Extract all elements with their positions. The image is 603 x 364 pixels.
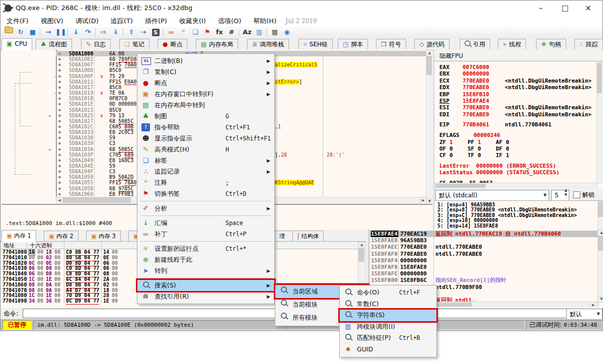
breakpoint-dot-icon[interactable]: ● [58, 56, 61, 62]
breakpoint-dot-icon[interactable]: ● [58, 158, 61, 163]
menu-item-label[interactable]: ❏标签▶ [137, 155, 274, 166]
step-out-icon[interactable]: ⇓ [111, 28, 121, 37]
open-file-icon[interactable] [4, 28, 14, 37]
regs-vscroll-thumb[interactable] [597, 63, 602, 93]
menubar-item-6[interactable]: 收藏夹(I) [173, 16, 212, 27]
tab-notes[interactable]: ❏笔记 [119, 39, 149, 49]
breakpoint-dot-icon[interactable]: ● [58, 147, 61, 152]
calling-convention-select[interactable]: 默认 (stdcall)▼ [435, 190, 549, 201]
breakpoint-dot-icon[interactable]: ● [58, 169, 61, 174]
menu-item-search-guid[interactable]: ♠GUID [340, 344, 436, 355]
tab-graph[interactable]: ♣流程图 [36, 39, 72, 49]
restart-icon[interactable]: ↻ [16, 28, 26, 37]
args-vscroll-thumb[interactable] [598, 202, 603, 217]
memory-vscroll-thumb[interactable] [358, 248, 364, 262]
title-bar[interactable]: QQ.exe - PID: 268C - 模块: im.dll - 线程: 25… [1, 1, 602, 16]
minimize-button[interactable]: – [530, 1, 552, 16]
breakpoint-dot-icon[interactable]: ● [58, 101, 61, 107]
breakpoint-dot-icon[interactable]: ● [58, 140, 61, 146]
menu-item-search-constant[interactable]: 常数(C) [340, 299, 436, 310]
breakpoint-dot-icon[interactable]: ● [58, 180, 61, 185]
breakpoint-dot-icon[interactable]: ● [58, 163, 61, 169]
close-button[interactable]: × [577, 1, 599, 16]
breakpoint-dot-icon[interactable]: ● [58, 62, 61, 67]
scroll-right-arrow[interactable]: ▶ [589, 302, 597, 308]
menu-item-analysis[interactable]: ✐分析▶ [137, 203, 274, 214]
breakpoint-dot-icon[interactable]: ● [58, 129, 61, 135]
menu-item-goto-memory-window[interactable]: ▣在内存窗口中转到(F)▶ [137, 89, 274, 100]
scroll-left-arrow[interactable]: ◀ [56, 197, 63, 204]
run-until-return-icon[interactable]: ⇧ [126, 28, 136, 37]
hide-fpu-button[interactable]: 隐藏FPU [434, 50, 603, 61]
modules-icon[interactable]: ▥ [254, 28, 264, 37]
argument-row[interactable]: 3: [esp+C] 770EABE0 <ntdll.DbgUiRemoteBr… [437, 212, 577, 218]
breakpoint-dot-icon[interactable]: ● [58, 124, 61, 129]
step-over-icon[interactable]: ↷ [83, 28, 93, 37]
menu-item-highlight-mode[interactable]: ✎高亮模式(H)H [137, 144, 274, 155]
tab-log[interactable]: ✎日志 [81, 39, 111, 49]
tab-source[interactable]: ◇源代码 [414, 39, 449, 49]
breakpoint-dot-icon[interactable]: ● [58, 67, 61, 73]
stack-row[interactable]: 15E8FAFC00000000 [370, 270, 603, 277]
memory-tab-1[interactable]: ▣内存 1 [2, 230, 36, 242]
comments-icon[interactable]: ❝ [178, 28, 188, 37]
menu-item-graph[interactable]: ♣制图G [137, 111, 274, 122]
tab-breakpoints[interactable]: ●断点 [158, 39, 187, 49]
menu-item-binary[interactable]: 01二进制(B)▶ [137, 55, 274, 66]
menu-item-patch[interactable]: ▬补丁Ctrl+P [137, 229, 274, 240]
menu-item-find-references[interactable]: ⋒查找引用(R)▶ [137, 291, 274, 302]
stack-vscroll-thumb[interactable] [598, 236, 603, 251]
breakpoint-dot-icon[interactable]: ● [58, 107, 61, 113]
tab-struct[interactable]: ʃ结构体 [292, 231, 324, 241]
tab-seh[interactable]: ⌗SEH链 [298, 39, 333, 49]
breakpoint-dot-icon[interactable]: ● [58, 118, 61, 124]
internet-icon[interactable]: ◉ [282, 28, 292, 37]
tab-handles[interactable]: ❖句柄 [536, 39, 566, 49]
tab-references[interactable]: 引用 [460, 39, 490, 49]
menu-item-goto[interactable]: ➤转到▶ [137, 265, 274, 276]
menu-item-toggle-bookmark[interactable]: ⚑切换书签Ctrl+D [137, 188, 274, 199]
menubar-item-4[interactable]: 追踪(T) [105, 16, 139, 27]
menubar-item-1[interactable]: 文件(F) [1, 16, 35, 27]
stack-row[interactable]: 15E8FAE896A59BB3 [370, 237, 603, 244]
stack-row[interactable]: 15E8FAF400000000 [370, 257, 603, 264]
functions-icon[interactable]: fx [214, 28, 224, 37]
menu-item-breakpoint[interactable]: ●断点▶ [137, 78, 274, 89]
regs-hscroll-thumb[interactable] [435, 184, 486, 188]
tab-memory-map[interactable]: ▤内存布局 [196, 39, 238, 49]
menu-item-trace-record[interactable]: ∴追踪记录▶ [137, 166, 274, 177]
stack-row[interactable]: 15E8FAF0770EABE0ntdll.770EABE0 [370, 251, 603, 257]
menubar-item-7[interactable]: 选项(O) [212, 16, 247, 27]
tab-trace[interactable]: ∴跟踪 [574, 39, 603, 49]
disasm-vscroll-thumb[interactable] [426, 56, 432, 75]
breakpoint-dot-icon[interactable]: ● [58, 191, 61, 197]
breakpoint-dot-icon[interactable]: ● [58, 152, 61, 158]
menu-item-new-thread-here[interactable]: ⊕新建线程于此 [137, 254, 274, 265]
argument-row[interactable]: 2: [esp+8] 770EABE0 <ntdll.DbgUiRemoteBr… [437, 207, 577, 212]
breakpoint-dot-icon[interactable]: ● [58, 79, 61, 85]
menubar-item-3[interactable]: 调试(D) [69, 16, 105, 27]
tab-symbols[interactable]: ❒符号 [376, 39, 406, 49]
patch-icon[interactable]: ▬ [166, 28, 176, 37]
command-profile-select[interactable]: 默认 ▼ [566, 309, 602, 320]
args-depth-spinner[interactable]: 5▲▼ [551, 190, 569, 201]
menu-item-search-intermodular-calls[interactable]: ▥跨模块调用(I) [340, 321, 436, 333]
menu-item-copy[interactable]: ❐复制(C)▶ [137, 66, 274, 78]
tab-script[interactable]: ◳脚本 [338, 39, 368, 49]
menu-item-instruction-help[interactable]: ?指令帮助Ctrl+F1 [137, 122, 274, 133]
disasm-hscroll-thumb[interactable] [63, 197, 131, 203]
menu-item-set-new-origin[interactable]: ✳设置新的运行点Ctrl+* [137, 243, 274, 254]
breakpoint-dot-icon[interactable]: ● [58, 85, 61, 90]
breakpoint-dot-icon[interactable]: ● [58, 113, 61, 118]
breakpoint-dot-icon[interactable]: ● [58, 90, 61, 96]
tab-cpu[interactable]: ▣CPU [2, 38, 32, 50]
breakpoint-dot-icon[interactable]: ● [58, 74, 61, 79]
stack-row[interactable]: 15E8FAF815E8FAE8 [370, 264, 603, 270]
breakpoint-dot-icon[interactable]: ● [58, 186, 61, 191]
run-to-user-code-icon[interactable]: ⇢ [138, 28, 148, 37]
registers-pane[interactable]: 隐藏FPUEAX007C6000EBX00000000ECX770EABE0<n… [433, 50, 603, 230]
menubar-item-8[interactable]: 帮助(H) [247, 16, 282, 27]
case-icon[interactable]: Az [242, 28, 252, 37]
memory-tab-3[interactable]: ▣内存 3 [86, 231, 121, 241]
menu-item-comment[interactable]: ❝注释; [137, 177, 274, 188]
